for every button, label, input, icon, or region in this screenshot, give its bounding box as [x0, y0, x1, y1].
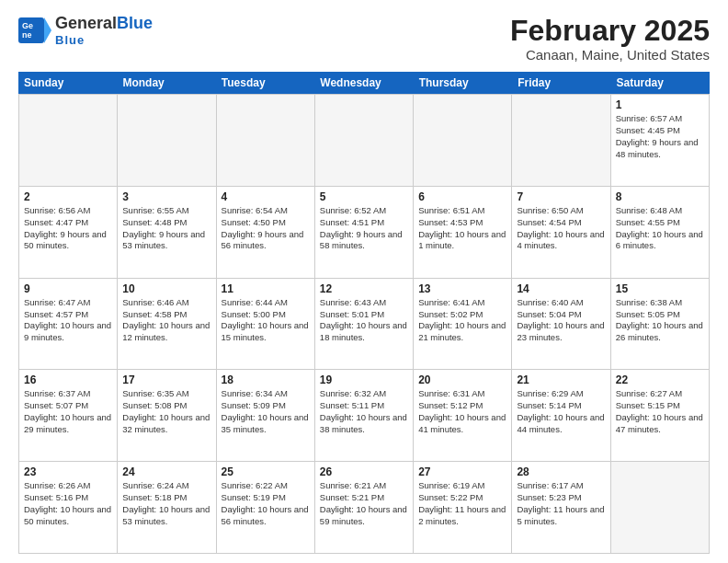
cal-cell: 2Sunrise: 6:56 AM Sunset: 4:47 PM Daylig… — [19, 187, 118, 278]
cal-cell: 3Sunrise: 6:55 AM Sunset: 4:48 PM Daylig… — [118, 187, 216, 278]
cal-cell: 13Sunrise: 6:41 AM Sunset: 5:02 PM Dayli… — [414, 279, 512, 370]
location: Canaan, Maine, United States — [510, 47, 710, 63]
day-info: Sunrise: 6:38 AM Sunset: 5:05 PM Dayligh… — [616, 297, 704, 344]
cal-cell — [19, 95, 118, 186]
day-info: Sunrise: 6:48 AM Sunset: 4:55 PM Dayligh… — [616, 205, 704, 252]
cal-cell — [512, 95, 610, 186]
cal-cell: 15Sunrise: 6:38 AM Sunset: 5:05 PM Dayli… — [611, 279, 710, 370]
logo: Ge ne GeneralBlue Blue — [18, 15, 153, 47]
week-row-3: 16Sunrise: 6:37 AM Sunset: 5:07 PM Dayli… — [19, 370, 710, 462]
day-info: Sunrise: 6:19 AM Sunset: 5:22 PM Dayligh… — [418, 480, 506, 527]
day-info: Sunrise: 6:44 AM Sunset: 5:00 PM Dayligh… — [222, 297, 310, 344]
day-number: 9 — [24, 282, 112, 295]
header-wednesday: Wednesday — [314, 72, 413, 94]
day-info: Sunrise: 6:51 AM Sunset: 4:53 PM Dayligh… — [418, 205, 506, 252]
cal-cell: 18Sunrise: 6:34 AM Sunset: 5:09 PM Dayli… — [217, 370, 315, 461]
day-info: Sunrise: 6:55 AM Sunset: 4:48 PM Dayligh… — [122, 205, 210, 252]
day-number: 17 — [122, 373, 210, 386]
day-info: Sunrise: 6:31 AM Sunset: 5:12 PM Dayligh… — [418, 388, 506, 435]
cal-cell — [611, 462, 710, 553]
page: Ge ne GeneralBlue Blue February 2025 Can… — [0, 0, 728, 563]
day-info: Sunrise: 6:37 AM Sunset: 5:07 PM Dayligh… — [24, 388, 112, 435]
cal-cell: 19Sunrise: 6:32 AM Sunset: 5:11 PM Dayli… — [315, 370, 414, 461]
cal-cell: 23Sunrise: 6:26 AM Sunset: 5:16 PM Dayli… — [19, 462, 118, 553]
day-number: 2 — [24, 190, 112, 203]
day-number: 28 — [517, 465, 605, 478]
day-info: Sunrise: 6:27 AM Sunset: 5:15 PM Dayligh… — [616, 388, 704, 435]
day-info: Sunrise: 6:24 AM Sunset: 5:18 PM Dayligh… — [122, 480, 210, 527]
cal-cell: 11Sunrise: 6:44 AM Sunset: 5:00 PM Dayli… — [217, 279, 315, 370]
day-info: Sunrise: 6:41 AM Sunset: 5:02 PM Dayligh… — [418, 297, 506, 344]
cal-cell: 7Sunrise: 6:50 AM Sunset: 4:54 PM Daylig… — [512, 187, 610, 278]
day-info: Sunrise: 6:46 AM Sunset: 4:58 PM Dayligh… — [122, 297, 210, 344]
day-info: Sunrise: 6:26 AM Sunset: 5:16 PM Dayligh… — [24, 480, 112, 527]
day-number: 12 — [320, 282, 408, 295]
day-info: Sunrise: 6:50 AM Sunset: 4:54 PM Dayligh… — [517, 205, 605, 252]
day-info: Sunrise: 6:32 AM Sunset: 5:11 PM Dayligh… — [320, 388, 408, 435]
svg-text:ne: ne — [22, 30, 32, 40]
day-info: Sunrise: 6:57 AM Sunset: 4:45 PM Dayligh… — [616, 113, 704, 160]
day-info: Sunrise: 6:56 AM Sunset: 4:47 PM Dayligh… — [24, 205, 112, 252]
day-info: Sunrise: 6:47 AM Sunset: 4:57 PM Dayligh… — [24, 297, 112, 344]
cal-cell: 17Sunrise: 6:35 AM Sunset: 5:08 PM Dayli… — [118, 370, 216, 461]
week-row-1: 2Sunrise: 6:56 AM Sunset: 4:47 PM Daylig… — [19, 187, 710, 279]
day-info: Sunrise: 6:22 AM Sunset: 5:19 PM Dayligh… — [222, 480, 310, 527]
header-tuesday: Tuesday — [216, 72, 314, 94]
day-number: 16 — [24, 373, 112, 386]
cal-cell: 24Sunrise: 6:24 AM Sunset: 5:18 PM Dayli… — [118, 462, 216, 553]
day-number: 5 — [320, 190, 408, 203]
cal-cell — [414, 95, 512, 186]
day-number: 18 — [222, 373, 310, 386]
cal-cell: 16Sunrise: 6:37 AM Sunset: 5:07 PM Dayli… — [19, 370, 118, 461]
day-number: 19 — [320, 373, 408, 386]
day-number: 11 — [222, 282, 310, 295]
svg-marker-1 — [44, 17, 51, 43]
calendar-body: 1Sunrise: 6:57 AM Sunset: 4:45 PM Daylig… — [18, 94, 710, 554]
cal-cell: 6Sunrise: 6:51 AM Sunset: 4:53 PM Daylig… — [414, 187, 512, 278]
week-row-0: 1Sunrise: 6:57 AM Sunset: 4:45 PM Daylig… — [19, 95, 710, 187]
header-sunday: Sunday — [18, 72, 117, 94]
day-number: 13 — [418, 282, 506, 295]
day-number: 3 — [122, 190, 210, 203]
title-block: February 2025 Canaan, Maine, United Stat… — [510, 15, 710, 63]
cal-cell: 20Sunrise: 6:31 AM Sunset: 5:12 PM Dayli… — [414, 370, 512, 461]
month-title: February 2025 — [510, 15, 710, 47]
day-info: Sunrise: 6:21 AM Sunset: 5:21 PM Dayligh… — [320, 480, 408, 527]
day-info: Sunrise: 6:29 AM Sunset: 5:14 PM Dayligh… — [517, 388, 605, 435]
calendar-header: Sunday Monday Tuesday Wednesday Thursday… — [18, 72, 710, 94]
cal-cell: 10Sunrise: 6:46 AM Sunset: 4:58 PM Dayli… — [118, 279, 216, 370]
header: Ge ne GeneralBlue Blue February 2025 Can… — [18, 15, 710, 63]
logo-general: General — [55, 14, 117, 32]
logo-icon: Ge ne — [18, 17, 51, 43]
cal-cell: 5Sunrise: 6:52 AM Sunset: 4:51 PM Daylig… — [315, 187, 414, 278]
header-monday: Monday — [117, 72, 215, 94]
day-number: 10 — [122, 282, 210, 295]
cal-cell — [118, 95, 216, 186]
calendar: Sunday Monday Tuesday Wednesday Thursday… — [18, 72, 710, 554]
day-number: 24 — [122, 465, 210, 478]
day-number: 4 — [222, 190, 310, 203]
day-number: 26 — [320, 465, 408, 478]
cal-cell: 27Sunrise: 6:19 AM Sunset: 5:22 PM Dayli… — [414, 462, 512, 553]
header-saturday: Saturday — [611, 72, 710, 94]
day-info: Sunrise: 6:52 AM Sunset: 4:51 PM Dayligh… — [320, 205, 408, 252]
day-number: 1 — [616, 98, 704, 111]
cal-cell: 21Sunrise: 6:29 AM Sunset: 5:14 PM Dayli… — [512, 370, 610, 461]
day-info: Sunrise: 6:54 AM Sunset: 4:50 PM Dayligh… — [222, 205, 310, 252]
header-thursday: Thursday — [414, 72, 512, 94]
cal-cell: 12Sunrise: 6:43 AM Sunset: 5:01 PM Dayli… — [315, 279, 414, 370]
cal-cell — [315, 95, 414, 186]
cal-cell: 9Sunrise: 6:47 AM Sunset: 4:57 PM Daylig… — [19, 279, 118, 370]
header-friday: Friday — [512, 72, 610, 94]
day-info: Sunrise: 6:40 AM Sunset: 5:04 PM Dayligh… — [517, 297, 605, 344]
day-number: 25 — [222, 465, 310, 478]
cal-cell: 22Sunrise: 6:27 AM Sunset: 5:15 PM Dayli… — [611, 370, 710, 461]
cal-cell: 28Sunrise: 6:17 AM Sunset: 5:23 PM Dayli… — [512, 462, 610, 553]
day-number: 7 — [517, 190, 605, 203]
day-info: Sunrise: 6:43 AM Sunset: 5:01 PM Dayligh… — [320, 297, 408, 344]
week-row-2: 9Sunrise: 6:47 AM Sunset: 4:57 PM Daylig… — [19, 279, 710, 371]
svg-text:Ge: Ge — [22, 21, 33, 30]
day-number: 20 — [418, 373, 506, 386]
logo-blue: Blue — [117, 14, 153, 32]
day-number: 22 — [616, 373, 704, 386]
